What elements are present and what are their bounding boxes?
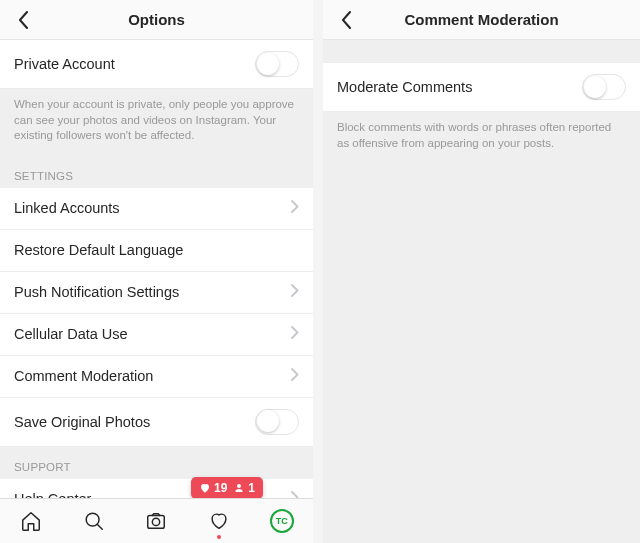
heart-outline-icon (208, 510, 230, 532)
save-photos-toggle[interactable] (255, 409, 299, 435)
options-content: Private Account When your account is pri… (0, 40, 313, 498)
tab-activity[interactable] (188, 499, 251, 543)
private-account-toggle[interactable] (255, 51, 299, 77)
home-icon (20, 510, 42, 532)
tab-home[interactable] (0, 499, 63, 543)
cellular-data-row[interactable]: Cellular Data Use (0, 314, 313, 356)
svg-point-3 (153, 518, 160, 525)
navbar-options: Options (0, 0, 313, 40)
chevron-left-icon (18, 11, 29, 29)
moderate-comments-note: Block comments with words or phrases oft… (323, 112, 640, 163)
chevron-right-icon (291, 368, 299, 384)
moderate-comments-toggle[interactable] (582, 74, 626, 100)
row-label: Save Original Photos (14, 414, 150, 430)
chevron-right-icon (291, 326, 299, 342)
private-account-row[interactable]: Private Account (0, 40, 313, 89)
camera-icon (145, 510, 167, 532)
row-label: Help Center (14, 491, 91, 498)
row-label: Linked Accounts (14, 200, 120, 216)
activity-badge[interactable]: 19 1 (191, 477, 263, 499)
chevron-right-icon (291, 491, 299, 498)
row-label: Private Account (14, 56, 115, 72)
push-notification-row[interactable]: Push Notification Settings (0, 272, 313, 314)
svg-line-1 (97, 524, 102, 529)
chevron-left-icon (341, 11, 352, 29)
svg-rect-2 (148, 516, 165, 529)
row-label: Comment Moderation (14, 368, 153, 384)
row-label: Moderate Comments (337, 79, 472, 95)
row-label: Restore Default Language (14, 242, 183, 258)
page-title: Comment Moderation (323, 11, 640, 28)
row-label: Cellular Data Use (14, 326, 128, 342)
chevron-right-icon (291, 200, 299, 216)
tab-profile[interactable]: TC (250, 499, 313, 543)
back-button[interactable] (8, 0, 38, 39)
save-original-photos-row[interactable]: Save Original Photos (0, 398, 313, 447)
tab-camera[interactable] (125, 499, 188, 543)
back-button[interactable] (331, 0, 361, 39)
badge-likes: 19 (214, 481, 227, 495)
person-icon (233, 482, 245, 494)
row-label: Push Notification Settings (14, 284, 179, 300)
support-header: SUPPORT (0, 447, 313, 479)
page-title: Options (0, 11, 313, 28)
badge-followers: 1 (248, 481, 255, 495)
tab-search[interactable] (63, 499, 126, 543)
chevron-right-icon (291, 284, 299, 300)
options-screen: Options Private Account When your accoun… (0, 0, 313, 543)
private-account-note: When your account is private, only peopl… (0, 89, 313, 156)
moderation-content: Moderate Comments Block comments with wo… (323, 40, 640, 543)
search-icon (83, 510, 105, 532)
bottom-tabbar: TC (0, 498, 313, 543)
profile-avatar: TC (270, 509, 294, 533)
comment-moderation-row[interactable]: Comment Moderation (0, 356, 313, 398)
navbar-moderation: Comment Moderation (323, 0, 640, 40)
heart-icon (199, 482, 211, 494)
comment-moderation-screen: Comment Moderation Moderate Comments Blo… (323, 0, 640, 543)
linked-accounts-row[interactable]: Linked Accounts (0, 188, 313, 230)
activity-dot (217, 535, 221, 539)
settings-header: SETTINGS (0, 156, 313, 188)
restore-language-row[interactable]: Restore Default Language (0, 230, 313, 272)
help-center-row[interactable]: Help Center (0, 479, 313, 498)
moderate-comments-row[interactable]: Moderate Comments (323, 62, 640, 112)
